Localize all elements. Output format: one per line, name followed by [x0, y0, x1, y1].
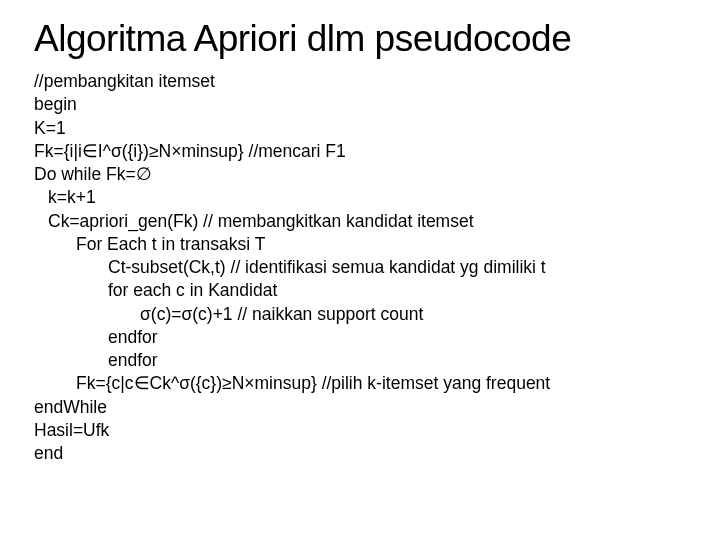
code-line: k=k+1 — [34, 186, 692, 209]
pseudocode-block: //pembangkitan itemsetbeginK=1Fk={i|i∈I^… — [34, 70, 692, 466]
code-line: For Each t in transaksi T — [34, 233, 692, 256]
slide: Algoritma Apriori dlm pseudocode //pemba… — [0, 0, 720, 540]
code-line: Ct-subset(Ck,t) // identifikasi semua ka… — [34, 256, 692, 279]
code-line: endfor — [34, 326, 692, 349]
code-line: K=1 — [34, 117, 692, 140]
code-line: for each c in Kandidat — [34, 279, 692, 302]
code-line: //pembangkitan itemset — [34, 70, 692, 93]
code-line: endfor — [34, 349, 692, 372]
page-title: Algoritma Apriori dlm pseudocode — [34, 18, 692, 60]
code-line: Hasil=Ufk — [34, 419, 692, 442]
code-line: begin — [34, 93, 692, 116]
code-line: σ(c)=σ(c)+1 // naikkan support count — [34, 303, 692, 326]
code-line: endWhile — [34, 396, 692, 419]
code-line: Do while Fk=∅ — [34, 163, 692, 186]
code-line: Fk={c|c∈Ck^σ({c})≥N×minsup} //pilih k-it… — [34, 372, 692, 395]
code-line: Ck=apriori_gen(Fk) // membangkitkan kand… — [34, 210, 692, 233]
code-line: Fk={i|i∈I^σ({i})≥N×minsup} //mencari F1 — [34, 140, 692, 163]
code-line: end — [34, 442, 692, 465]
